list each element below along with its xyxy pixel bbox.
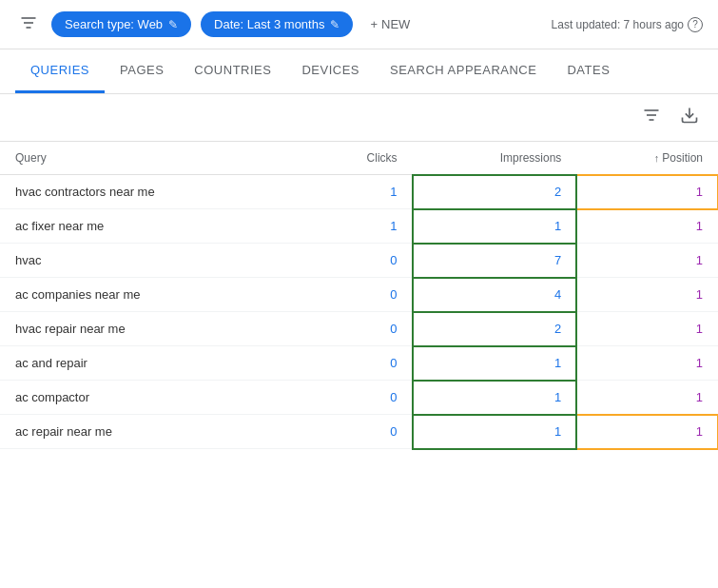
table-header-row: Query Clicks Impressions ↑ Position xyxy=(0,142,718,175)
tab-dates[interactable]: DATES xyxy=(552,49,625,93)
cell-position: 1 xyxy=(576,244,718,278)
new-plus-icon: + xyxy=(370,17,378,31)
cell-query: ac and repair xyxy=(0,346,303,381)
col-header-impressions[interactable]: Impressions xyxy=(413,142,577,175)
cell-query: ac repair near me xyxy=(0,415,303,449)
cell-clicks: 0 xyxy=(303,312,412,346)
data-table: Query Clicks Impressions ↑ Position hvac… xyxy=(0,142,718,449)
tab-queries[interactable]: QUERIES xyxy=(15,49,105,93)
help-icon[interactable]: ? xyxy=(688,17,703,32)
cell-position: 1 xyxy=(576,381,718,415)
toolbar-left: Search type: Web ✎ Date: Last 3 months ✎… xyxy=(15,10,542,39)
cell-query: ac companies near me xyxy=(0,278,303,312)
toolbar-right: Last updated: 7 hours ago ? xyxy=(552,17,703,32)
col-header-position[interactable]: ↑ Position xyxy=(576,142,718,175)
toolbar: Search type: Web ✎ Date: Last 3 months ✎… xyxy=(0,0,718,49)
cell-clicks: 0 xyxy=(303,381,412,415)
table-filter-button[interactable] xyxy=(638,102,665,133)
download-button[interactable] xyxy=(676,102,703,133)
cell-position: 1 xyxy=(576,209,718,244)
cell-impressions: 1 xyxy=(413,415,577,449)
tabs-bar: QUERIES PAGES COUNTRIES DEVICES SEARCH A… xyxy=(0,49,718,94)
cell-position: 1 xyxy=(576,346,718,381)
cell-query: ac fixer near me xyxy=(0,209,303,244)
table-controls xyxy=(0,94,718,142)
tab-pages[interactable]: PAGES xyxy=(105,49,179,93)
cell-impressions: 1 xyxy=(413,346,577,381)
new-button[interactable]: + NEW xyxy=(362,11,417,37)
col-header-clicks[interactable]: Clicks xyxy=(303,142,412,175)
filter-icon-button[interactable] xyxy=(15,10,42,39)
date-edit-icon: ✎ xyxy=(330,18,340,31)
sort-arrow-up-icon: ↑ xyxy=(654,152,660,164)
cell-impressions: 2 xyxy=(413,312,577,346)
tab-countries[interactable]: COUNTRIES xyxy=(179,49,286,93)
cell-clicks: 0 xyxy=(303,346,412,381)
cell-impressions: 7 xyxy=(413,244,577,278)
search-type-edit-icon: ✎ xyxy=(168,18,178,31)
cell-impressions: 1 xyxy=(413,209,577,244)
last-updated-text: Last updated: 7 hours ago xyxy=(552,18,684,31)
table-row: hvac071 xyxy=(0,244,718,278)
cell-position: 1 xyxy=(576,312,718,346)
cell-impressions: 2 xyxy=(413,175,577,209)
new-label: NEW xyxy=(381,17,410,31)
cell-clicks: 0 xyxy=(303,278,412,312)
cell-clicks: 1 xyxy=(303,175,412,209)
date-range-label: Date: Last 3 months xyxy=(214,17,324,31)
tab-search-appearance[interactable]: SEARCH APPEARANCE xyxy=(375,49,552,93)
cell-impressions: 1 xyxy=(413,381,577,415)
table-row: ac companies near me041 xyxy=(0,278,718,312)
table-row: hvac contractors near me121 xyxy=(0,175,718,209)
table-row: ac fixer near me111 xyxy=(0,209,718,244)
tab-devices[interactable]: DEVICES xyxy=(286,49,375,93)
cell-clicks: 0 xyxy=(303,244,412,278)
cell-position: 1 xyxy=(576,278,718,312)
cell-impressions: 4 xyxy=(413,278,577,312)
table-row: ac compactor011 xyxy=(0,381,718,415)
search-type-label: Search type: Web xyxy=(65,17,163,31)
table-row: hvac repair near me021 xyxy=(0,312,718,346)
col-header-query: Query xyxy=(0,142,303,175)
table-row: ac repair near me011 xyxy=(0,415,718,449)
cell-clicks: 1 xyxy=(303,209,412,244)
table-row: ac and repair011 xyxy=(0,346,718,381)
search-type-button[interactable]: Search type: Web ✎ xyxy=(51,11,191,37)
position-col-label: Position xyxy=(662,151,703,165)
cell-clicks: 0 xyxy=(303,415,412,449)
cell-position: 1 xyxy=(576,415,718,449)
cell-query: hvac contractors near me xyxy=(0,175,303,209)
cell-position: 1 xyxy=(576,175,718,209)
cell-query: hvac xyxy=(0,244,303,278)
cell-query: ac compactor xyxy=(0,381,303,415)
cell-query: hvac repair near me xyxy=(0,312,303,346)
date-range-button[interactable]: Date: Last 3 months ✎ xyxy=(201,11,353,37)
